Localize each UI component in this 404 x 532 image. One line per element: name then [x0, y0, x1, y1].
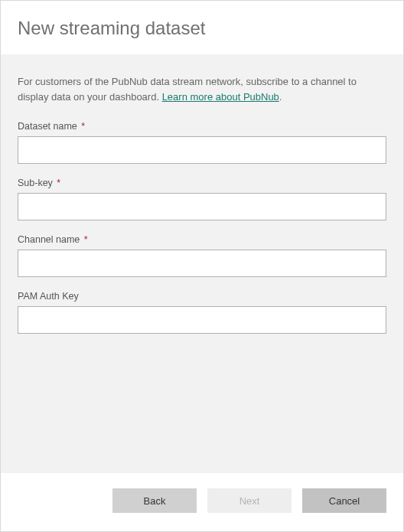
channel-name-label-text: Channel name: [18, 234, 80, 245]
pam-auth-key-label-text: PAM Auth Key: [18, 291, 79, 302]
back-button[interactable]: Back: [112, 488, 197, 513]
sub-key-label: Sub-key *: [18, 178, 386, 188]
intro-text-after: .: [279, 91, 282, 103]
dataset-name-field: Dataset name *: [18, 121, 386, 164]
required-marker: *: [81, 121, 85, 132]
pam-auth-key-label: PAM Auth Key: [18, 291, 386, 302]
channel-name-label: Channel name *: [18, 234, 386, 245]
sub-key-field: Sub-key *: [18, 178, 386, 220]
dataset-name-label-text: Dataset name: [18, 121, 77, 132]
sub-key-input[interactable]: [18, 193, 386, 220]
sub-key-label-text: Sub-key: [18, 178, 53, 188]
next-button[interactable]: Next: [207, 488, 292, 513]
dataset-name-label: Dataset name *: [18, 121, 386, 132]
channel-name-field: Channel name *: [18, 234, 386, 277]
channel-name-input[interactable]: [18, 250, 386, 277]
dialog-title: New streaming dataset: [18, 18, 386, 39]
dialog-footer: Back Next Cancel: [1, 473, 403, 531]
new-streaming-dataset-dialog: New streaming dataset For customers of t…: [0, 0, 404, 532]
pam-auth-key-input[interactable]: [18, 306, 386, 334]
cancel-button[interactable]: Cancel: [302, 488, 386, 513]
required-marker: *: [57, 178, 60, 188]
dataset-name-input[interactable]: [18, 136, 386, 164]
learn-more-link[interactable]: Learn more about PubNub: [162, 91, 279, 103]
dialog-content: For customers of the PubNub data stream …: [1, 54, 403, 473]
intro-text: For customers of the PubNub data stream …: [18, 74, 386, 104]
pam-auth-key-field: PAM Auth Key: [18, 291, 386, 334]
dialog-header: New streaming dataset: [1, 1, 403, 54]
required-marker: *: [84, 234, 88, 245]
